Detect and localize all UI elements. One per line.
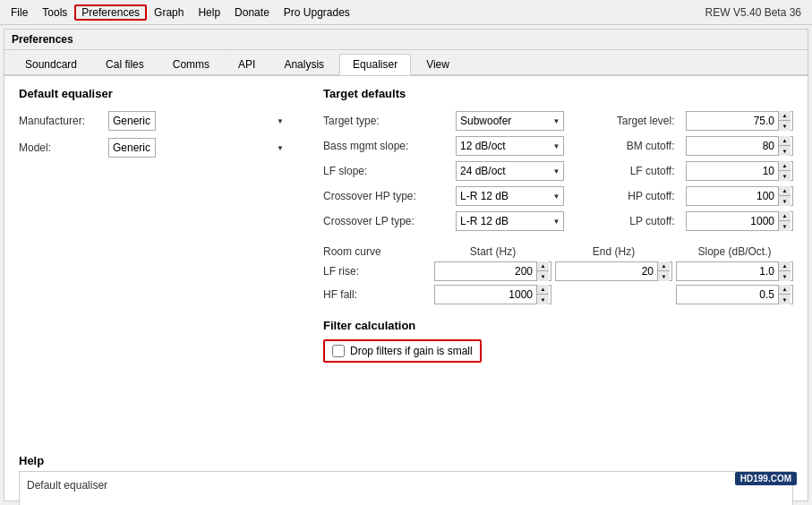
target-level-down[interactable]: ▼ (778, 121, 791, 131)
crossover-lp-wrapper: L-R 12 dB (456, 211, 564, 231)
lf-slope-label: LF slope: (323, 165, 449, 177)
hf-fall-slope-down[interactable]: ▼ (778, 295, 791, 304)
menu-bar: File Tools Preferences Graph Help Donate… (0, 0, 812, 25)
crossover-lp-select[interactable]: L-R 12 dB (456, 211, 564, 231)
lp-cutoff-up[interactable]: ▲ (778, 211, 791, 221)
lf-rise-slope-up[interactable]: ▲ (778, 261, 791, 271)
hp-cutoff-spinners: ▲ ▼ (778, 186, 791, 206)
menu-graph[interactable]: Graph (147, 4, 191, 21)
menu-preferences[interactable]: Preferences (74, 4, 147, 21)
hf-fall-start-field[interactable]: 1000 (435, 286, 536, 304)
tab-view[interactable]: View (413, 54, 463, 74)
hf-fall-start-down[interactable]: ▼ (536, 295, 549, 304)
lf-rise-start-field[interactable]: 200 (435, 262, 536, 280)
crossover-lp-label: Crossover LP type: (323, 215, 449, 227)
manufacturer-select[interactable]: Generic (108, 111, 156, 131)
lf-rise-end-up[interactable]: ▲ (657, 261, 670, 271)
bm-cutoff-up[interactable]: ▲ (778, 136, 791, 146)
lf-rise-slope-field[interactable]: 1.0 (677, 262, 778, 280)
model-select[interactable]: Generic (108, 138, 156, 158)
hf-fall-slope-input[interactable]: 0.5 ▲ ▼ (676, 285, 793, 304)
menu-donate[interactable]: Donate (227, 4, 277, 21)
lf-rise-start-input[interactable]: 200 ▲ ▼ (434, 261, 551, 281)
crossover-hp-select[interactable]: L-R 12 dB (456, 186, 564, 206)
menu-file[interactable]: File (4, 4, 35, 21)
help-section: Help Default equaliser (4, 454, 808, 505)
lf-cutoff-label: LF cutoff: (571, 165, 679, 177)
filter-calculation-section: Filter calculation Drop filters if gain … (323, 319, 793, 363)
lf-rise-slope-spinners: ▲ ▼ (778, 261, 791, 281)
bm-cutoff-input[interactable]: 80 ▲ ▼ (686, 136, 794, 156)
lf-cutoff-input[interactable]: 10 ▲ ▼ (686, 161, 794, 181)
target-grid: Target type: Subwoofer Full Range Target… (323, 111, 793, 231)
menu-pro-upgrades[interactable]: Pro Upgrades (277, 4, 357, 21)
tab-analysis[interactable]: Analysis (270, 54, 338, 74)
model-label: Model: (19, 141, 108, 154)
lf-slope-wrapper: 24 dB/oct 12 dB/oct (456, 161, 564, 181)
start-hz-header: Start (Hz) (434, 245, 551, 258)
target-level-up[interactable]: ▲ (778, 111, 791, 121)
tab-comms[interactable]: Comms (159, 54, 223, 74)
hf-fall-slope-up[interactable]: ▲ (778, 285, 791, 295)
lf-rise-slope-down[interactable]: ▼ (778, 271, 791, 281)
target-type-select-wrapper: Subwoofer Full Range (456, 111, 564, 131)
hp-cutoff-up[interactable]: ▲ (778, 186, 791, 196)
bass-mgmt-slope-select[interactable]: 12 dB/oct 24 dB/oct (456, 136, 564, 156)
hp-cutoff-input[interactable]: 100 ▲ ▼ (686, 186, 794, 206)
lp-cutoff-input[interactable]: 1000 ▲ ▼ (686, 211, 794, 231)
lp-cutoff-label: LP cutoff: (571, 215, 679, 227)
target-level-field[interactable]: 75.0 (687, 112, 779, 130)
lf-slope-select[interactable]: 24 dB/oct 12 dB/oct (456, 161, 564, 181)
lf-cutoff-down[interactable]: ▼ (778, 171, 791, 181)
target-type-select[interactable]: Subwoofer Full Range (456, 111, 564, 131)
lf-rise-end-field[interactable]: 20 (556, 262, 657, 280)
hf-fall-row: HF fall: 1000 ▲ ▼ 0.5 ▲ (323, 285, 793, 304)
manufacturer-label: Manufacturer: (19, 115, 108, 127)
hp-cutoff-down[interactable]: ▼ (778, 196, 791, 206)
target-defaults-title: Target defaults (323, 87, 793, 100)
preferences-window: Preferences Soundcard Cal files Comms AP… (4, 29, 808, 501)
lf-cutoff-spinners: ▲ ▼ (778, 161, 791, 181)
lf-cutoff-field[interactable]: 10 (687, 162, 779, 180)
hf-fall-slope-field[interactable]: 0.5 (677, 286, 778, 304)
lf-rise-end-down[interactable]: ▼ (657, 271, 670, 281)
left-panel: Default equaliser Manufacturer: Generic … (19, 87, 287, 436)
crossover-hp-wrapper: L-R 12 dB (456, 186, 564, 206)
lf-rise-slope-input[interactable]: 1.0 ▲ ▼ (676, 261, 793, 281)
target-defaults-section: Target defaults Target type: Subwoofer F… (323, 87, 793, 231)
lf-rise-start-down[interactable]: ▼ (536, 271, 549, 281)
crossover-hp-label: Crossover HP type: (323, 190, 449, 202)
lf-rise-label: LF rise: (323, 265, 431, 278)
menu-help[interactable]: Help (191, 4, 227, 21)
app-title: REW V5.40 Beta 36 (705, 6, 808, 19)
help-content: Default equaliser (19, 471, 793, 505)
menu-tools[interactable]: Tools (35, 4, 74, 21)
model-select-wrapper: Generic (108, 138, 287, 158)
target-level-label: Target level: (571, 115, 679, 127)
lp-cutoff-down[interactable]: ▼ (778, 221, 791, 231)
drop-filters-label: Drop filters if gain is small (350, 345, 473, 357)
room-curve-section: Room curve Start (Hz) End (Hz) Slope (dB… (323, 245, 793, 304)
slope-header: Slope (dB/Oct.) (676, 245, 793, 258)
tab-soundcard[interactable]: Soundcard (12, 54, 90, 74)
hf-fall-start-up[interactable]: ▲ (536, 285, 549, 295)
tab-api[interactable]: API (225, 54, 269, 74)
lf-cutoff-up[interactable]: ▲ (778, 161, 791, 171)
default-equaliser-title: Default equaliser (19, 87, 287, 100)
hf-fall-start-input[interactable]: 1000 ▲ ▼ (434, 285, 551, 304)
lf-rise-end-spinners: ▲ ▼ (657, 261, 670, 281)
tab-bar: Soundcard Cal files Comms API Analysis E… (4, 50, 808, 76)
hp-cutoff-field[interactable]: 100 (687, 187, 779, 205)
manufacturer-select-wrapper: Generic (108, 111, 287, 131)
drop-filters-checkbox-row[interactable]: Drop filters if gain is small (323, 339, 482, 363)
target-level-input[interactable]: 75.0 ▲ ▼ (686, 111, 794, 131)
bm-cutoff-down[interactable]: ▼ (778, 146, 791, 156)
filter-calc-title: Filter calculation (323, 319, 793, 332)
lf-rise-end-input[interactable]: 20 ▲ ▼ (555, 261, 672, 281)
lf-rise-start-up[interactable]: ▲ (536, 261, 549, 271)
drop-filters-checkbox[interactable] (332, 345, 345, 357)
bm-cutoff-field[interactable]: 80 (687, 137, 779, 155)
lp-cutoff-field[interactable]: 1000 (687, 212, 779, 230)
tab-equaliser[interactable]: Equaliser (339, 54, 411, 75)
tab-cal-files[interactable]: Cal files (92, 54, 158, 74)
